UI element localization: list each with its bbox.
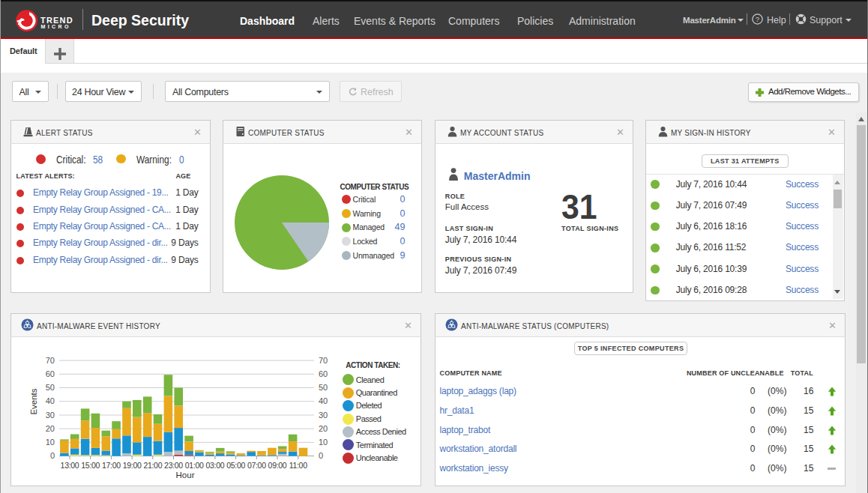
svg-text:0: 0: [319, 451, 323, 460]
svg-text:10: 10: [46, 438, 55, 447]
svg-text:50: 50: [46, 383, 55, 392]
svg-text:09:00: 09:00: [268, 461, 287, 470]
svg-text:20: 20: [46, 424, 55, 433]
svg-text:10: 10: [319, 438, 328, 447]
svg-text:70: 70: [319, 356, 328, 365]
svg-text:MICRO: MICRO: [41, 24, 71, 29]
svg-text:30: 30: [46, 411, 55, 420]
svg-text:60: 60: [319, 369, 328, 378]
svg-text:05:00: 05:00: [226, 461, 245, 470]
svg-text:13:00: 13:00: [61, 461, 79, 470]
svg-text:15:00: 15:00: [81, 461, 100, 470]
svg-text:07:00: 07:00: [247, 461, 266, 470]
svg-text:40: 40: [46, 396, 55, 405]
svg-text:30: 30: [319, 411, 328, 420]
svg-text:70: 70: [46, 356, 55, 365]
svg-text:Events: Events: [29, 388, 38, 414]
svg-text:0: 0: [50, 451, 55, 460]
svg-text:23:00: 23:00: [164, 461, 183, 470]
svg-text:03:00: 03:00: [206, 461, 225, 470]
svg-text:50: 50: [319, 383, 328, 392]
svg-text:?: ?: [756, 15, 759, 23]
svg-text:19:00: 19:00: [123, 461, 142, 470]
svg-text:Hour: Hour: [176, 471, 195, 480]
svg-text:20: 20: [319, 424, 328, 433]
svg-text:17:00: 17:00: [102, 461, 121, 470]
svg-text:11:00: 11:00: [289, 461, 307, 470]
svg-text:21:00: 21:00: [143, 461, 162, 470]
svg-text:60: 60: [46, 369, 55, 378]
svg-text:40: 40: [319, 396, 328, 405]
svg-text:Deep Security: Deep Security: [91, 12, 189, 28]
svg-text:01:00: 01:00: [185, 461, 204, 470]
